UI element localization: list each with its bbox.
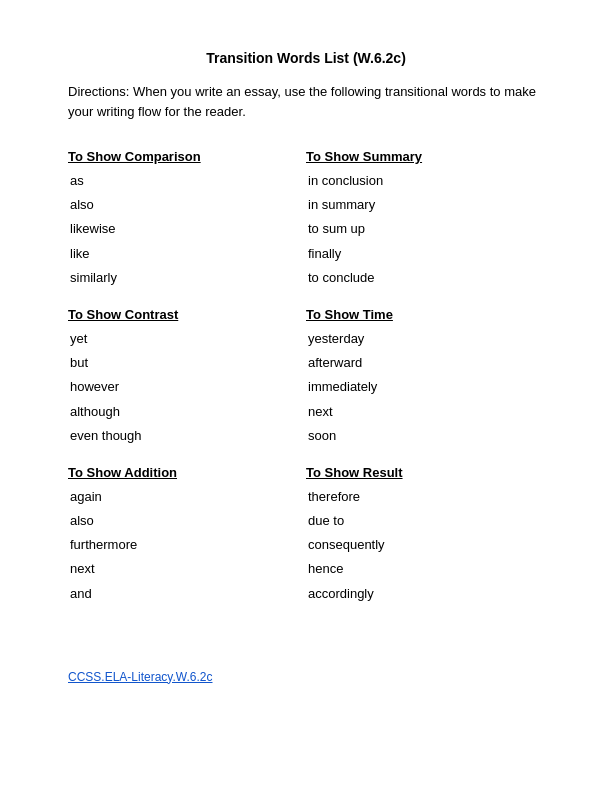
word-item: also [68, 512, 306, 530]
left-column: To Show Comparisonasalsolikewiselikesimi… [68, 149, 306, 609]
word-item: furthermore [68, 536, 306, 554]
section-heading-right-1: To Show Time [306, 307, 544, 322]
columns: To Show Comparisonasalsolikewiselikesimi… [68, 149, 544, 609]
word-item: immediately [306, 378, 544, 396]
word-item: and [68, 585, 306, 603]
section-heading-right-0: To Show Summary [306, 149, 544, 164]
right-column: To Show Summaryin conclusionin summaryto… [306, 149, 544, 609]
word-item: like [68, 245, 306, 263]
word-item: finally [306, 245, 544, 263]
word-item: due to [306, 512, 544, 530]
word-item: as [68, 172, 306, 190]
ccss-link[interactable]: CCSS.ELA-Literacy.W.6.2c [68, 670, 213, 684]
word-item: afterward [306, 354, 544, 372]
word-item: to conclude [306, 269, 544, 287]
word-item: in conclusion [306, 172, 544, 190]
section-heading-left-0: To Show Comparison [68, 149, 306, 164]
word-item: hence [306, 560, 544, 578]
word-item: yesterday [306, 330, 544, 348]
section-heading-right-2: To Show Result [306, 465, 544, 480]
word-item: accordingly [306, 585, 544, 603]
word-item: also [68, 196, 306, 214]
footer: CCSS.ELA-Literacy.W.6.2c [68, 669, 544, 684]
directions: Directions: When you write an essay, use… [68, 82, 544, 121]
word-item: therefore [306, 488, 544, 506]
word-item: next [306, 403, 544, 421]
word-item: although [68, 403, 306, 421]
word-item: again [68, 488, 306, 506]
section-heading-left-1: To Show Contrast [68, 307, 306, 322]
word-item: yet [68, 330, 306, 348]
word-item: even though [68, 427, 306, 445]
section-heading-left-2: To Show Addition [68, 465, 306, 480]
word-item: but [68, 354, 306, 372]
word-item: next [68, 560, 306, 578]
word-item: in summary [306, 196, 544, 214]
word-item: consequently [306, 536, 544, 554]
page-title: Transition Words List (W.6.2c) [68, 50, 544, 66]
word-item: however [68, 378, 306, 396]
word-item: similarly [68, 269, 306, 287]
word-item: likewise [68, 220, 306, 238]
word-item: to sum up [306, 220, 544, 238]
word-item: soon [306, 427, 544, 445]
